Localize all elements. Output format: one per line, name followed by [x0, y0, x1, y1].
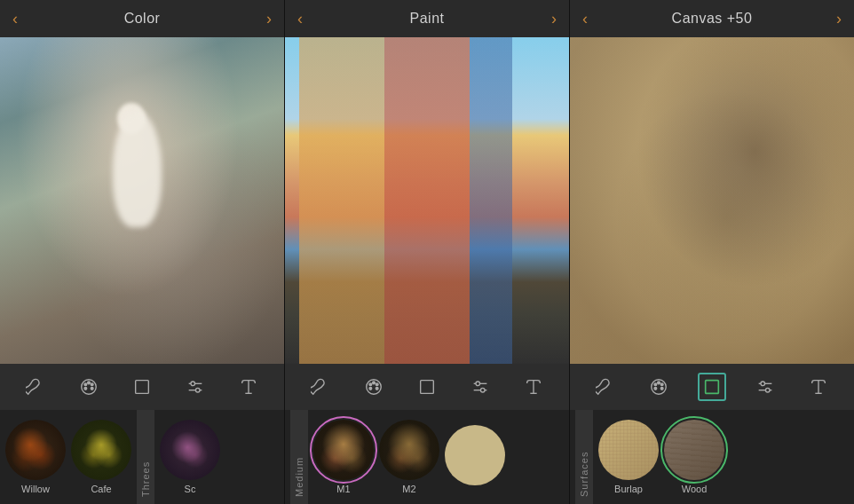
color-title: Color: [124, 11, 161, 27]
svg-rect-6: [136, 381, 149, 394]
filter-sc[interactable]: Sc: [160, 420, 220, 494]
palette-tool-paint[interactable]: [360, 373, 388, 401]
svg-point-35: [761, 382, 765, 386]
svg-point-15: [373, 382, 376, 384]
svg-point-1: [84, 383, 87, 386]
m1-thumb-img: [313, 420, 374, 480]
paint-strip: Medium M1 M2: [285, 410, 569, 504]
svg-point-36: [765, 388, 770, 392]
filter-burlap[interactable]: Burlap: [598, 420, 659, 494]
filter-m2[interactable]: M2: [379, 420, 439, 494]
svg-point-17: [376, 387, 378, 390]
willow-thumb-img: [5, 420, 66, 480]
canvas-image: [570, 37, 854, 364]
color-toolbar: [0, 364, 284, 410]
text-tool-paint[interactable]: [519, 373, 548, 401]
text-tool-canvas[interactable]: [804, 373, 833, 401]
wood-label: Wood: [682, 484, 708, 494]
burlap-label: Burlap: [614, 484, 643, 494]
paint-title: Paint: [410, 11, 445, 27]
color-image: [0, 37, 284, 364]
neutral-thumb-img: [445, 425, 505, 485]
paint-next-arrow[interactable]: ›: [551, 10, 557, 28]
text-tool-color[interactable]: [234, 373, 263, 401]
m1-label: M1: [336, 484, 350, 494]
filter-wood[interactable]: Wood: [664, 420, 724, 494]
willow-label: Willow: [21, 484, 50, 494]
paint-toolbar: [285, 364, 569, 410]
brush-tool-color[interactable]: [21, 373, 50, 401]
panel-color: ‹ Color ›: [0, 0, 285, 504]
svg-rect-19: [421, 381, 434, 394]
canvas-tool-color[interactable]: [128, 373, 156, 401]
svg-point-16: [376, 383, 378, 386]
panel-canvas: ‹ Canvas +50 ›: [570, 0, 854, 504]
palette-tool-color[interactable]: [75, 373, 103, 401]
cafe-label: Cafe: [91, 484, 111, 494]
svg-point-3: [91, 383, 93, 386]
panel-paint: ‹ Paint ›: [285, 0, 570, 504]
panel-canvas-header: ‹ Canvas +50 ›: [570, 0, 854, 37]
cafe-thumb-img: [71, 420, 131, 480]
canvas-prev-arrow[interactable]: ‹: [582, 10, 588, 28]
street-overlay: [285, 37, 569, 364]
threes-category-label: Threes: [137, 410, 154, 504]
svg-point-18: [369, 387, 372, 390]
color-strip: Willow Cafe Threes Sc: [0, 410, 284, 504]
canvas-title: Canvas +50: [672, 11, 753, 27]
svg-point-23: [480, 388, 485, 392]
svg-point-5: [84, 387, 87, 390]
canvas-toolbar: [570, 364, 854, 410]
canvas-strip: Surfaces Burlap Wood: [570, 410, 854, 504]
svg-point-30: [660, 387, 663, 390]
svg-point-2: [88, 382, 91, 384]
svg-point-31: [654, 387, 657, 390]
sliders-tool-color[interactable]: [181, 373, 210, 401]
filter-m1[interactable]: M1: [313, 420, 374, 494]
color-prev-arrow[interactable]: ‹: [12, 10, 18, 28]
svg-point-29: [660, 383, 663, 386]
palette-tool-canvas[interactable]: [644, 373, 673, 401]
panel-color-header: ‹ Color ›: [0, 0, 284, 37]
filter-willow[interactable]: Willow: [5, 420, 66, 494]
portrait-overlay: [570, 37, 854, 364]
bird-decoration: [99, 103, 179, 245]
svg-point-28: [658, 382, 660, 384]
panel-paint-header: ‹ Paint ›: [285, 0, 569, 37]
sliders-tool-canvas[interactable]: [751, 373, 779, 401]
m2-label: M2: [402, 484, 415, 494]
wood-thumb-img: [664, 420, 724, 480]
bird-body: [113, 112, 162, 227]
svg-point-9: [191, 382, 195, 386]
canvas-tool-paint[interactable]: [413, 373, 441, 401]
svg-point-4: [91, 387, 93, 390]
svg-rect-32: [706, 381, 719, 394]
canvas-next-arrow[interactable]: ›: [836, 10, 842, 28]
brush-tool-canvas[interactable]: [591, 373, 620, 401]
panels-container: ‹ Color ›: [0, 0, 854, 504]
sc-thumb-img: [160, 420, 220, 480]
m2-thumb-img: [379, 420, 439, 480]
surfaces-category-label: Surfaces: [575, 410, 593, 504]
svg-point-14: [369, 383, 372, 386]
brush-tool-paint[interactable]: [306, 373, 335, 401]
svg-point-27: [654, 383, 657, 386]
paint-image: [285, 37, 569, 364]
color-next-arrow[interactable]: ›: [266, 10, 272, 28]
sc-label: Sc: [185, 484, 196, 494]
sliders-tool-paint[interactable]: [466, 373, 494, 401]
svg-point-22: [476, 382, 480, 386]
medium-category-label: Medium: [290, 410, 308, 504]
burlap-thumb-img: [598, 420, 659, 480]
canvas-tool-canvas[interactable]: [698, 373, 726, 401]
paint-prev-arrow[interactable]: ‹: [297, 10, 303, 28]
filter-neutral[interactable]: [445, 425, 505, 489]
filter-cafe[interactable]: Cafe: [71, 420, 131, 494]
svg-point-10: [195, 388, 200, 392]
